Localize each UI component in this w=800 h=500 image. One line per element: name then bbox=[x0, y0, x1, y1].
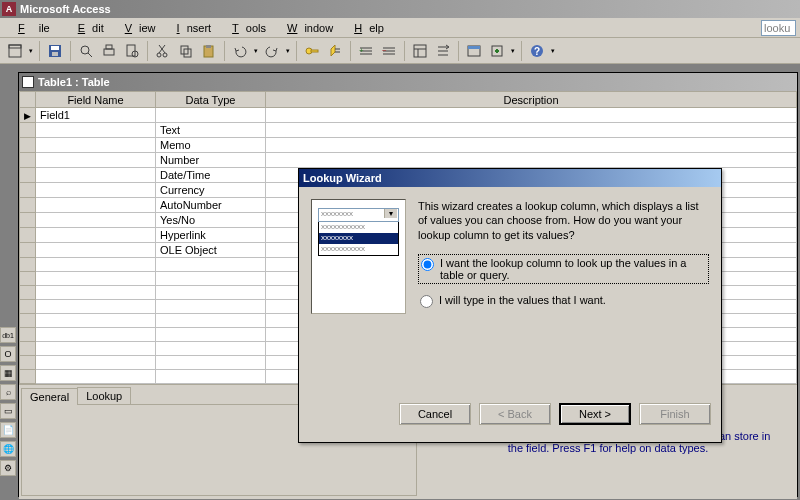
database-window-button[interactable] bbox=[463, 40, 485, 62]
field-name-cell[interactable] bbox=[36, 168, 156, 183]
data-type-cell[interactable] bbox=[156, 286, 266, 300]
data-type-option[interactable]: Yes/No bbox=[156, 213, 266, 228]
menu-edit[interactable]: Edit bbox=[64, 20, 111, 36]
row-selector[interactable] bbox=[20, 123, 36, 138]
row-selector[interactable] bbox=[20, 286, 36, 300]
data-type-option[interactable]: AutoNumber bbox=[156, 198, 266, 213]
data-type-option[interactable]: Text bbox=[156, 123, 266, 138]
radio-lookup-table-input[interactable] bbox=[421, 258, 434, 271]
row-selector[interactable] bbox=[20, 356, 36, 370]
row-selector[interactable] bbox=[20, 168, 36, 183]
delete-rows-button[interactable]: − bbox=[378, 40, 400, 62]
new-object-dropdown[interactable]: ▾ bbox=[509, 47, 517, 55]
field-name-cell[interactable] bbox=[36, 123, 156, 138]
field-name-cell[interactable] bbox=[36, 228, 156, 243]
tab-lookup[interactable]: Lookup bbox=[77, 387, 131, 404]
builder-button[interactable] bbox=[432, 40, 454, 62]
help-dropdown[interactable]: ▾ bbox=[549, 47, 557, 55]
data-type-option[interactable]: Date/Time bbox=[156, 168, 266, 183]
description-cell[interactable] bbox=[266, 123, 797, 138]
new-object-button[interactable] bbox=[486, 40, 508, 62]
view-dropdown[interactable]: ▾ bbox=[27, 47, 35, 55]
db-queries-icon[interactable]: ⌕ bbox=[0, 384, 16, 400]
field-name-cell[interactable] bbox=[36, 314, 156, 328]
menu-tools[interactable]: Tools bbox=[218, 20, 273, 36]
cut-button[interactable] bbox=[152, 40, 174, 62]
row-selector[interactable] bbox=[20, 213, 36, 228]
row-selector[interactable] bbox=[20, 183, 36, 198]
data-type-cell[interactable] bbox=[156, 356, 266, 370]
data-type-cell[interactable] bbox=[156, 258, 266, 272]
row-selector[interactable] bbox=[20, 138, 36, 153]
field-name-cell[interactable] bbox=[36, 243, 156, 258]
radio-lookup-table[interactable]: I want the lookup column to look up the … bbox=[418, 254, 709, 284]
field-name-cell[interactable] bbox=[36, 272, 156, 286]
data-type-cell[interactable] bbox=[156, 342, 266, 356]
help-search-box[interactable]: looku bbox=[761, 20, 796, 36]
menu-help[interactable]: Help bbox=[340, 20, 391, 36]
row-selector[interactable] bbox=[20, 342, 36, 356]
db-reports-icon[interactable]: 📄 bbox=[0, 422, 16, 438]
view-button[interactable] bbox=[4, 40, 26, 62]
cancel-button[interactable]: Cancel bbox=[399, 403, 471, 425]
field-name-cell[interactable] bbox=[36, 356, 156, 370]
paste-button[interactable] bbox=[198, 40, 220, 62]
row-selector[interactable] bbox=[20, 314, 36, 328]
search-button[interactable] bbox=[75, 40, 97, 62]
menu-window[interactable]: Window bbox=[273, 20, 340, 36]
description-cell[interactable] bbox=[266, 138, 797, 153]
row-selector[interactable] bbox=[20, 243, 36, 258]
data-type-cell[interactable] bbox=[156, 314, 266, 328]
menu-view[interactable]: View bbox=[111, 20, 163, 36]
field-name-cell[interactable]: Field1 bbox=[36, 108, 156, 123]
row-selector[interactable] bbox=[20, 272, 36, 286]
field-name-cell[interactable] bbox=[36, 183, 156, 198]
field-name-cell[interactable] bbox=[36, 328, 156, 342]
menu-insert[interactable]: Insert bbox=[163, 20, 219, 36]
print-button[interactable] bbox=[98, 40, 120, 62]
field-name-cell[interactable] bbox=[36, 258, 156, 272]
field-name-cell[interactable] bbox=[36, 198, 156, 213]
undo-button[interactable] bbox=[229, 40, 251, 62]
data-type-cell[interactable] bbox=[156, 108, 266, 123]
db-macros-icon[interactable]: ⚙ bbox=[0, 460, 16, 476]
row-selector[interactable] bbox=[20, 370, 36, 384]
field-name-cell[interactable] bbox=[36, 213, 156, 228]
menu-file[interactable]: File bbox=[4, 20, 64, 36]
row-selector[interactable] bbox=[20, 228, 36, 243]
row-selector[interactable] bbox=[20, 258, 36, 272]
radio-type-values[interactable]: I will type in the values that I want. bbox=[418, 292, 709, 310]
row-selector[interactable] bbox=[20, 328, 36, 342]
description-cell[interactable] bbox=[266, 153, 797, 168]
print-preview-button[interactable] bbox=[121, 40, 143, 62]
field-name-cell[interactable] bbox=[36, 153, 156, 168]
back-button[interactable]: < Back bbox=[479, 403, 551, 425]
data-type-option[interactable]: OLE Object bbox=[156, 243, 266, 258]
db-pages-icon[interactable]: 🌐 bbox=[0, 441, 16, 457]
help-button[interactable]: ? bbox=[526, 40, 548, 62]
db-tables-icon[interactable]: ▦ bbox=[0, 365, 16, 381]
data-type-option[interactable]: Hyperlink bbox=[156, 228, 266, 243]
next-button[interactable]: Next > bbox=[559, 403, 631, 425]
copy-button[interactable] bbox=[175, 40, 197, 62]
field-name-cell[interactable] bbox=[36, 138, 156, 153]
data-type-cell[interactable] bbox=[156, 370, 266, 384]
properties-button[interactable] bbox=[409, 40, 431, 62]
data-type-option[interactable]: Memo bbox=[156, 138, 266, 153]
redo-dropdown[interactable]: ▾ bbox=[284, 47, 292, 55]
data-type-cell[interactable] bbox=[156, 300, 266, 314]
undo-dropdown[interactable]: ▾ bbox=[252, 47, 260, 55]
wizard-titlebar[interactable]: Lookup Wizard bbox=[299, 169, 721, 187]
field-name-cell[interactable] bbox=[36, 286, 156, 300]
redo-button[interactable] bbox=[261, 40, 283, 62]
insert-rows-button[interactable]: + bbox=[355, 40, 377, 62]
data-type-option[interactable]: Currency bbox=[156, 183, 266, 198]
field-name-cell[interactable] bbox=[36, 370, 156, 384]
row-selector[interactable] bbox=[20, 153, 36, 168]
radio-type-values-input[interactable] bbox=[420, 295, 433, 308]
save-button[interactable] bbox=[44, 40, 66, 62]
row-selector[interactable] bbox=[20, 198, 36, 213]
description-cell[interactable] bbox=[266, 108, 797, 123]
tab-general[interactable]: General bbox=[21, 388, 78, 405]
data-type-cell[interactable] bbox=[156, 272, 266, 286]
